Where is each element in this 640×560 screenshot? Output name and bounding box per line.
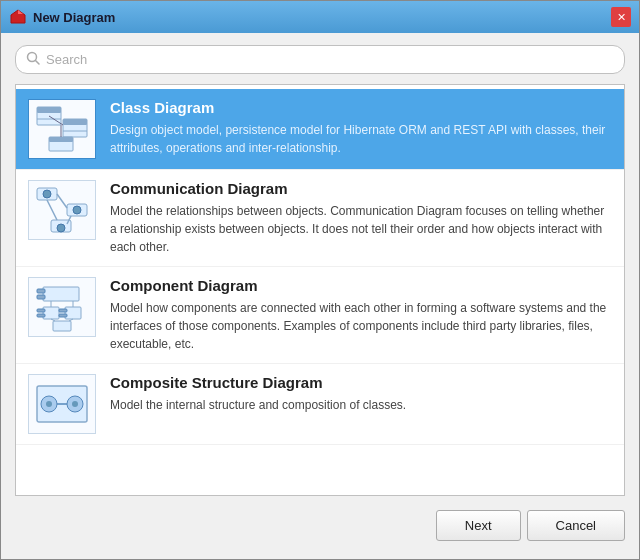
component-diagram-desc: Model how components are connected with …: [110, 299, 612, 353]
svg-point-42: [72, 401, 78, 407]
composite-diagram-name: Composite Structure Diagram: [110, 374, 612, 391]
composite-diagram-info: Composite Structure Diagram Model the in…: [110, 374, 612, 414]
svg-line-3: [36, 61, 40, 65]
svg-rect-24: [37, 289, 45, 293]
svg-point-20: [43, 190, 51, 198]
composite-diagram-thumb: [28, 374, 96, 434]
composite-diagram-desc: Model the internal structure and composi…: [110, 396, 612, 414]
diagram-item-composite[interactable]: Composite Structure Diagram Model the in…: [16, 364, 624, 445]
svg-line-18: [47, 200, 57, 220]
component-diagram-name: Component Diagram: [110, 277, 612, 294]
svg-point-21: [73, 206, 81, 214]
search-icon: [26, 51, 40, 68]
footer: Next Cancel: [15, 506, 625, 547]
svg-rect-11: [49, 137, 73, 142]
class-diagram-name: Class Diagram: [110, 99, 612, 116]
app-icon: [9, 8, 27, 26]
class-diagram-info: Class Diagram Design object model, persi…: [110, 99, 612, 157]
window-title: New Diagram: [33, 10, 115, 25]
svg-rect-27: [37, 309, 45, 312]
new-diagram-window: New Diagram ✕: [0, 0, 640, 560]
svg-rect-8: [63, 119, 87, 125]
class-diagram-desc: Design object model, persistence model f…: [110, 121, 612, 157]
component-diagram-thumb: [28, 277, 96, 337]
component-diagram-info: Component Diagram Model how components a…: [110, 277, 612, 353]
next-button[interactable]: Next: [436, 510, 521, 541]
svg-rect-23: [43, 287, 79, 301]
svg-rect-34: [53, 321, 71, 331]
svg-rect-30: [59, 309, 67, 312]
communication-diagram-desc: Model the relationships between objects.…: [110, 202, 612, 256]
svg-rect-31: [59, 314, 67, 317]
diagram-item-component[interactable]: Component Diagram Model how components a…: [16, 267, 624, 364]
svg-point-41: [46, 401, 52, 407]
svg-rect-28: [37, 314, 45, 317]
svg-rect-25: [37, 295, 45, 299]
diagram-list: Class Diagram Design object model, persi…: [16, 85, 624, 495]
svg-rect-26: [43, 307, 59, 319]
title-bar: New Diagram ✕: [1, 1, 639, 33]
search-input[interactable]: [46, 52, 614, 67]
communication-diagram-info: Communication Diagram Model the relation…: [110, 180, 612, 256]
title-bar-left: New Diagram: [9, 8, 115, 26]
diagram-list-container: Class Diagram Design object model, persi…: [15, 84, 625, 496]
cancel-button[interactable]: Cancel: [527, 510, 625, 541]
svg-line-17: [57, 194, 67, 208]
communication-diagram-thumb: [28, 180, 96, 240]
communication-diagram-name: Communication Diagram: [110, 180, 612, 197]
svg-point-22: [57, 224, 65, 232]
svg-rect-29: [65, 307, 81, 319]
diagram-item-class[interactable]: Class Diagram Design object model, persi…: [16, 89, 624, 170]
diagram-item-communication[interactable]: Communication Diagram Model the relation…: [16, 170, 624, 267]
close-button[interactable]: ✕: [611, 7, 631, 27]
title-bar-controls: ✕: [611, 7, 631, 27]
svg-rect-5: [37, 107, 61, 113]
search-bar: [15, 45, 625, 74]
class-diagram-thumb: [28, 99, 96, 159]
window-body: Class Diagram Design object model, persi…: [1, 33, 639, 559]
